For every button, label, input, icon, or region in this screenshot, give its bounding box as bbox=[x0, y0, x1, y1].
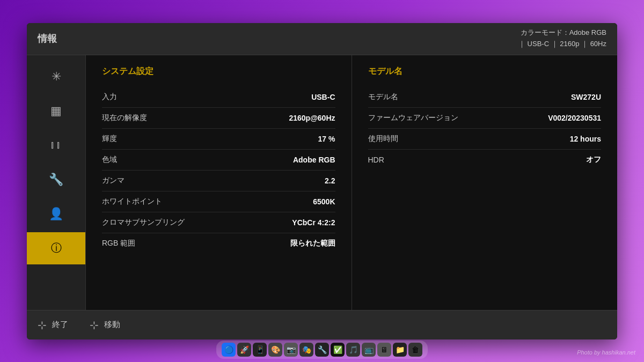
label-brightness: 輝度 bbox=[102, 134, 117, 144]
content: システム設定 入力 USB-C 現在の解像度 2160p@60Hz 輝度 17 … bbox=[86, 55, 617, 310]
table-row: 入力 USB-C bbox=[102, 87, 335, 108]
left-panel: システム設定 入力 USB-C 現在の解像度 2160p@60Hz 輝度 17 … bbox=[86, 55, 352, 310]
dock-app6[interactable]: ✅ bbox=[331, 343, 345, 357]
label-hdr: HDR bbox=[368, 156, 384, 164]
dock-app1[interactable]: 📱 bbox=[253, 343, 267, 357]
value-chroma: YCbCr 4:2:2 bbox=[292, 218, 335, 227]
info-icon: ⓘ bbox=[51, 241, 62, 255]
table-row: HDR オフ bbox=[368, 150, 602, 170]
sidebar-item-info[interactable]: ⓘ bbox=[27, 232, 85, 264]
label-rgb-range: RGB 範囲 bbox=[102, 239, 135, 248]
value-hdr: オフ bbox=[586, 155, 601, 165]
value-brightness: 17 % bbox=[318, 135, 335, 143]
table-row: モデル名 SW272U bbox=[368, 87, 602, 108]
model-title: モデル名 bbox=[368, 66, 602, 77]
columns-icon: ⫿⫿ bbox=[50, 139, 62, 151]
sidebar: ✳ ▦ ⫿⫿ 🔧 👤 ⓘ bbox=[27, 55, 86, 310]
dock-app3[interactable]: 📷 bbox=[284, 343, 298, 357]
dock-app10[interactable]: 📁 bbox=[393, 343, 407, 357]
mac-dock: 🔵 🚀 📱 🎨 📷 🎭 🔧 ✅ 🎵 📺 🖥 📁 🗑 bbox=[216, 341, 428, 359]
connection-info: ｜ USB-C ｜ 2160p ｜ 60Hz bbox=[518, 40, 606, 48]
label-model-name: モデル名 bbox=[368, 92, 398, 102]
value-resolution: 2160p@60Hz bbox=[289, 114, 335, 122]
header-info: カラーモード：Adobe RGB ｜ USB-C ｜ 2160p ｜ 60Hz bbox=[518, 27, 606, 50]
dock-app7[interactable]: 🎵 bbox=[346, 343, 360, 357]
value-input: USB-C bbox=[311, 93, 335, 101]
table-row: 色域 Adobe RGB bbox=[102, 150, 335, 171]
label-gamma: ガンマ bbox=[102, 176, 125, 186]
label-input: 入力 bbox=[102, 92, 117, 102]
label-chroma: クロマサブサンプリング bbox=[102, 218, 185, 227]
exit-button[interactable]: ⊹ 終了 bbox=[38, 319, 68, 331]
table-row: 現在の解像度 2160p@60Hz bbox=[102, 108, 335, 129]
exit-label: 終了 bbox=[52, 320, 68, 330]
dock-app9[interactable]: 🖥 bbox=[377, 343, 391, 357]
move-button[interactable]: ⊹ 移動 bbox=[90, 319, 120, 331]
page-title: 情報 bbox=[38, 32, 57, 45]
footer: ⊹ 終了 ⊹ 移動 bbox=[27, 310, 617, 339]
sidebar-item-grid[interactable]: ▦ bbox=[27, 95, 85, 127]
color-mode-label: カラーモード：Adobe RGB bbox=[521, 28, 606, 36]
person-icon: 👤 bbox=[49, 207, 63, 221]
table-row: クロマサブサンプリング YCbCr 4:2:2 bbox=[102, 212, 335, 233]
table-row: 使用時間 12 hours bbox=[368, 129, 602, 150]
value-white-point: 6500K bbox=[313, 197, 335, 206]
body: ✳ ▦ ⫿⫿ 🔧 👤 ⓘ システム設定 入力 bbox=[27, 55, 617, 310]
value-firmware: V002/20230531 bbox=[548, 114, 601, 122]
table-row: ファームウェアバージョン V002/20230531 bbox=[368, 108, 602, 129]
right-panel: モデル名 モデル名 SW272U ファームウェアバージョン V002/20230… bbox=[352, 55, 618, 310]
label-firmware: ファームウェアバージョン bbox=[368, 113, 458, 123]
sidebar-item-columns[interactable]: ⫿⫿ bbox=[27, 129, 85, 161]
table-row: ガンマ 2.2 bbox=[102, 171, 335, 191]
dock-app8[interactable]: 📺 bbox=[362, 343, 376, 357]
move-icon-exit: ⊹ bbox=[38, 319, 47, 331]
value-gamma: 2.2 bbox=[325, 176, 335, 185]
value-color-gamut: Adobe RGB bbox=[293, 156, 335, 164]
dock-launchpad[interactable]: 🚀 bbox=[237, 343, 251, 357]
move-label: 移動 bbox=[104, 320, 120, 330]
label-white-point: ホワイトポイント bbox=[102, 197, 162, 206]
dock-app4[interactable]: 🎭 bbox=[299, 343, 313, 357]
label-usage-time: 使用時間 bbox=[368, 134, 398, 144]
sidebar-item-person[interactable]: 👤 bbox=[27, 198, 85, 230]
move-icon-move: ⊹ bbox=[90, 319, 99, 331]
sidebar-item-wrench[interactable]: 🔧 bbox=[27, 164, 85, 196]
dock-app11[interactable]: 🗑 bbox=[408, 343, 422, 357]
dock-app2[interactable]: 🎨 bbox=[268, 343, 282, 357]
monitor-frame: 情報 カラーモード：Adobe RGB ｜ USB-C ｜ 2160p ｜ 60… bbox=[27, 23, 617, 339]
value-model-name: SW272U bbox=[571, 93, 601, 101]
system-settings-title: システム設定 bbox=[102, 66, 335, 77]
label-color-gamut: 色域 bbox=[102, 155, 117, 165]
wrench-icon: 🔧 bbox=[49, 173, 63, 187]
dock-app5[interactable]: 🔧 bbox=[315, 343, 329, 357]
snowflake-icon: ✳ bbox=[52, 70, 61, 84]
sidebar-item-snowflake[interactable]: ✳ bbox=[27, 61, 85, 93]
table-row: ホワイトポイント 6500K bbox=[102, 191, 335, 212]
label-resolution: 現在の解像度 bbox=[102, 113, 147, 123]
header: 情報 カラーモード：Adobe RGB ｜ USB-C ｜ 2160p ｜ 60… bbox=[27, 23, 617, 55]
table-row: RGB 範囲 限られた範囲 bbox=[102, 233, 335, 254]
watermark: Photo by hashikan.net bbox=[577, 349, 635, 356]
table-row: 輝度 17 % bbox=[102, 129, 335, 150]
dock-finder[interactable]: 🔵 bbox=[222, 343, 236, 357]
grid-icon: ▦ bbox=[50, 104, 62, 118]
value-usage-time: 12 hours bbox=[570, 135, 601, 143]
value-rgb-range: 限られた範囲 bbox=[290, 239, 335, 248]
